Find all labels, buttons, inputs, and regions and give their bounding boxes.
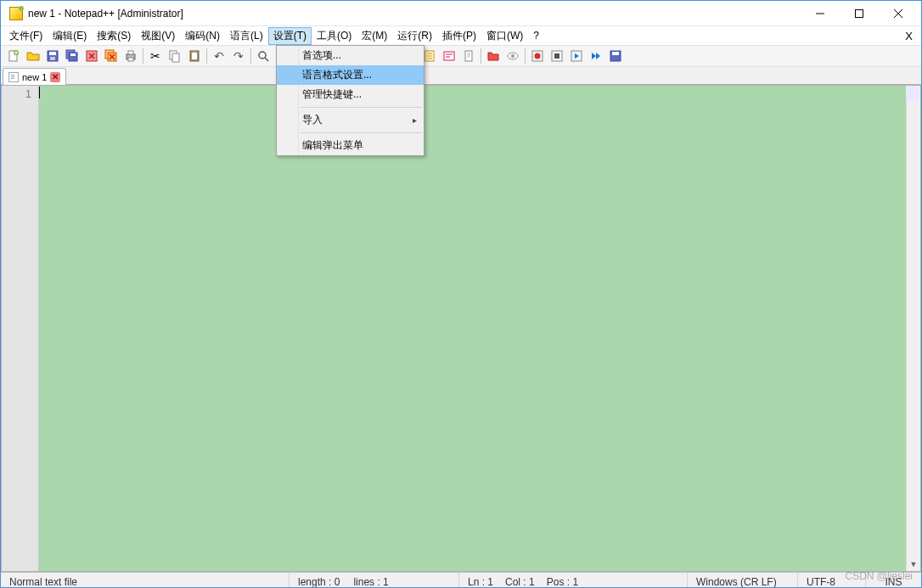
menu-language[interactable]: 语言(L) (225, 27, 268, 45)
record-macro-button[interactable] (528, 47, 547, 65)
dropdown-item-label: 首选项... (302, 48, 341, 63)
svg-point-41 (511, 54, 514, 58)
status-eol[interactable]: Windows (CR LF) (688, 573, 798, 588)
vertical-scrollbar[interactable]: ▲ ▼ (906, 86, 920, 571)
document-tab[interactable]: new 1 ✕ (3, 68, 66, 85)
caret-icon (39, 87, 40, 98)
menu-run[interactable]: 运行(R) (392, 27, 437, 45)
dropdown-item-label: 编辑弹出菜单 (302, 138, 363, 153)
folder-panel-button[interactable] (484, 47, 503, 65)
svg-point-23 (259, 52, 266, 59)
menu-macro[interactable]: 宏(M) (357, 27, 392, 45)
status-lines: lines : 1 (353, 576, 388, 588)
open-file-button[interactable] (24, 47, 42, 65)
svg-rect-45 (554, 53, 559, 59)
find-button[interactable] (254, 47, 273, 65)
status-pos: Pos : 1 (547, 576, 578, 588)
toolbar-separator (481, 48, 481, 64)
title-bar: new 1 - Notepad++ [Administrator] (1, 1, 921, 26)
toolbar-separator (525, 48, 526, 64)
status-ln: Ln : 1 (468, 576, 493, 588)
window-title: new 1 - Notepad++ [Administrator] (28, 8, 801, 20)
svg-rect-19 (172, 53, 179, 62)
redo-button[interactable]: ↷ (229, 47, 248, 65)
line-number: 1 (2, 87, 31, 100)
stop-macro-button[interactable] (548, 47, 566, 65)
menu-tools[interactable]: 工具(O) (312, 27, 357, 45)
chevron-right-icon: ▸ (413, 115, 417, 125)
tab-label: new 1 (22, 72, 47, 82)
toolbar: ✂ ↶ ↷ ¶ (1, 45, 921, 67)
dropdown-edit-popup[interactable]: 编辑弹出菜单 (277, 136, 424, 155)
file-icon (8, 72, 19, 82)
play-multi-button[interactable] (587, 47, 605, 65)
status-insert-mode[interactable]: INS (866, 573, 921, 588)
dropdown-shortcut-mapper[interactable]: 管理快捷键... (277, 85, 424, 104)
close-document-button[interactable]: X (900, 30, 918, 42)
status-col: Col : 1 (505, 576, 535, 588)
svg-rect-7 (49, 52, 56, 55)
save-all-button[interactable] (63, 47, 82, 65)
menu-search[interactable]: 搜索(S) (92, 27, 136, 45)
menu-edit[interactable]: 编辑(E) (48, 27, 92, 45)
svg-rect-1 (856, 9, 863, 17)
menu-settings[interactable]: 设置(T) (268, 27, 312, 45)
new-file-button[interactable] (4, 47, 23, 65)
status-encoding[interactable]: UTF-8 (798, 573, 866, 588)
menu-help[interactable]: ? (528, 28, 544, 43)
text-editor[interactable] (39, 86, 906, 571)
copy-button[interactable] (166, 47, 184, 65)
dropdown-import[interactable]: 导入▸ (277, 110, 424, 130)
svg-rect-48 (612, 52, 619, 55)
window-controls (801, 1, 918, 26)
status-length: length : 0 (298, 576, 340, 588)
dropdown-separator (301, 107, 422, 108)
svg-rect-8 (50, 57, 55, 60)
menu-plugins[interactable]: 插件(P) (437, 27, 481, 45)
svg-rect-17 (128, 58, 133, 61)
menu-view[interactable]: 视图(V) (136, 27, 180, 45)
status-bar: Normal text file length : 0 lines : 1 Ln… (1, 572, 921, 588)
menu-window[interactable]: 窗口(W) (481, 27, 528, 45)
save-macro-button[interactable] (606, 47, 625, 65)
dropdown-preferences[interactable]: 首选项... (277, 46, 424, 65)
print-button[interactable] (121, 47, 140, 65)
cut-button[interactable]: ✂ (146, 47, 165, 65)
tab-strip: new 1 ✕ (1, 67, 921, 85)
scroll-down-button[interactable]: ▼ (907, 557, 920, 571)
svg-rect-11 (70, 53, 76, 56)
scrollbar-track[interactable] (907, 100, 920, 557)
menu-bar: 文件(F) 编辑(E) 搜索(S) 视图(V) 编码(N) 语言(L) 设置(T… (1, 26, 921, 45)
minimize-button[interactable] (801, 1, 840, 26)
doc-map-button[interactable] (459, 47, 478, 65)
svg-point-43 (535, 53, 541, 59)
tab-close-button[interactable]: ✕ (50, 72, 60, 82)
undo-icon: ↶ (214, 50, 224, 62)
close-all-button[interactable] (102, 47, 121, 65)
monitoring-button[interactable] (503, 47, 522, 65)
toolbar-separator (206, 48, 207, 64)
save-button[interactable] (43, 47, 62, 65)
dropdown-style-configurator[interactable]: 语言格式设置... (277, 65, 424, 85)
undo-button[interactable]: ↶ (210, 47, 228, 65)
redo-icon: ↷ (233, 50, 244, 62)
scissors-icon: ✂ (150, 50, 160, 62)
svg-line-24 (265, 58, 268, 61)
play-macro-button[interactable] (567, 47, 586, 65)
user-lang-button[interactable] (440, 47, 458, 65)
svg-rect-38 (444, 52, 454, 60)
dropdown-item-label: 语言格式设置... (302, 68, 372, 82)
settings-dropdown: 首选项... 语言格式设置... 管理快捷键... 导入▸ 编辑弹出菜单 (276, 45, 424, 156)
close-file-button[interactable] (82, 47, 101, 65)
toolbar-separator (250, 48, 251, 64)
menu-encoding[interactable]: 编码(N) (180, 27, 225, 45)
svg-rect-39 (465, 51, 472, 61)
menu-file[interactable]: 文件(F) (4, 27, 48, 45)
status-filetype: Normal text file (1, 573, 290, 588)
maximize-button[interactable] (840, 1, 879, 26)
close-button[interactable] (879, 1, 918, 26)
app-icon (9, 7, 23, 20)
dropdown-item-label: 管理快捷键... (302, 87, 362, 102)
paste-button[interactable] (185, 47, 204, 65)
status-position: Ln : 1 Col : 1 Pos : 1 (459, 573, 688, 588)
